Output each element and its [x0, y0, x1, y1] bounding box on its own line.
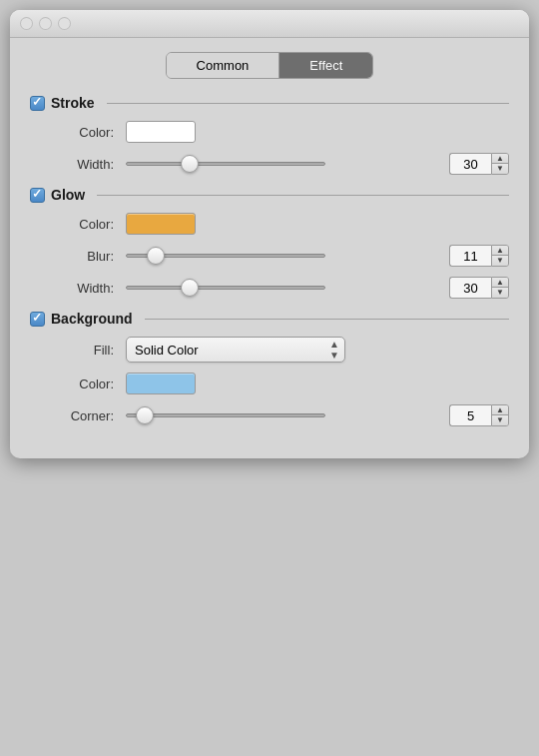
close-button[interactable] [20, 17, 33, 30]
tab-effect[interactable]: Effect [279, 53, 372, 78]
content-area: Common Effect Stroke Color: Width: [10, 38, 529, 458]
glow-width-down[interactable]: ▼ [492, 288, 508, 298]
main-window: Common Effect Stroke Color: Width: [10, 10, 529, 458]
glow-section: Glow Color: Blur: ▲ ▼ [30, 187, 509, 299]
background-corner-label: Corner: [54, 408, 114, 423]
stroke-width-label: Width: [54, 157, 114, 172]
glow-color-row: Color: [30, 213, 509, 235]
glow-blur-up[interactable]: ▲ [492, 246, 508, 256]
maximize-button[interactable] [58, 17, 71, 30]
minimize-button[interactable] [39, 17, 52, 30]
stroke-width-buttons: ▲ ▼ [491, 153, 509, 175]
stroke-section: Stroke Color: Width: ▲ ▼ [30, 95, 509, 175]
tab-group: Common Effect [166, 52, 374, 79]
glow-width-label: Width: [54, 281, 114, 296]
glow-blur-input[interactable] [449, 245, 491, 267]
background-corner-slider[interactable] [126, 413, 325, 417]
stroke-color-swatch[interactable] [126, 121, 196, 143]
background-color-row: Color: [30, 373, 509, 394]
tab-common[interactable]: Common [167, 53, 280, 78]
stroke-width-slider-container [126, 162, 439, 166]
glow-checkbox[interactable] [30, 188, 45, 203]
glow-header: Glow [30, 187, 509, 203]
glow-width-slider[interactable] [126, 286, 325, 290]
traffic-lights [20, 17, 71, 30]
glow-width-buttons: ▲ ▼ [491, 277, 509, 299]
background-header: Background [30, 311, 509, 327]
stroke-width-up[interactable]: ▲ [492, 154, 508, 164]
titlebar [10, 10, 529, 38]
background-section: Background Fill: Solid Color Gradient Pa… [30, 311, 509, 426]
background-fill-dropdown-wrapper: Solid Color Gradient Pattern None ▲ ▼ [126, 337, 345, 363]
glow-width-input[interactable] [449, 277, 491, 299]
glow-title: Glow [51, 187, 85, 203]
background-corner-spinner: ▲ ▼ [449, 404, 509, 426]
stroke-width-slider[interactable] [126, 162, 325, 166]
background-color-swatch[interactable] [126, 373, 196, 394]
glow-blur-down[interactable]: ▼ [492, 256, 508, 266]
glow-width-slider-container [126, 286, 439, 290]
background-corner-row: Corner: ▲ ▼ [30, 404, 509, 426]
stroke-width-input[interactable] [449, 153, 491, 175]
stroke-title: Stroke [51, 95, 95, 111]
glow-width-up[interactable]: ▲ [492, 278, 508, 288]
background-color-label: Color: [54, 377, 114, 391]
stroke-width-down[interactable]: ▼ [492, 164, 508, 174]
glow-blur-row: Blur: ▲ ▼ [30, 245, 509, 267]
glow-blur-slider-container [126, 254, 439, 258]
glow-width-row: Width: ▲ ▼ [30, 277, 509, 299]
stroke-checkbox[interactable] [30, 96, 45, 111]
background-fill-label: Fill: [54, 343, 114, 358]
glow-blur-label: Blur: [54, 249, 114, 264]
background-checkbox[interactable] [30, 312, 45, 327]
glow-blur-slider[interactable] [126, 254, 325, 258]
glow-color-label: Color: [54, 217, 114, 232]
background-fill-row: Fill: Solid Color Gradient Pattern None … [30, 337, 509, 363]
background-title: Background [51, 311, 133, 327]
stroke-color-row: Color: [30, 121, 509, 143]
background-corner-slider-container [126, 413, 439, 417]
background-corner-down[interactable]: ▼ [492, 415, 508, 425]
background-corner-up[interactable]: ▲ [492, 405, 508, 415]
background-corner-buttons: ▲ ▼ [491, 404, 509, 426]
glow-blur-spinner: ▲ ▼ [449, 245, 509, 267]
stroke-color-label: Color: [54, 125, 114, 140]
stroke-width-spinner: ▲ ▼ [449, 153, 509, 175]
glow-width-spinner: ▲ ▼ [449, 277, 509, 299]
background-fill-select[interactable]: Solid Color Gradient Pattern None [126, 337, 345, 363]
tab-bar: Common Effect [30, 52, 509, 79]
glow-blur-buttons: ▲ ▼ [491, 245, 509, 267]
stroke-header: Stroke [30, 95, 509, 111]
background-corner-input[interactable] [449, 404, 491, 426]
glow-color-swatch[interactable] [126, 213, 196, 235]
stroke-width-row: Width: ▲ ▼ [30, 153, 509, 175]
